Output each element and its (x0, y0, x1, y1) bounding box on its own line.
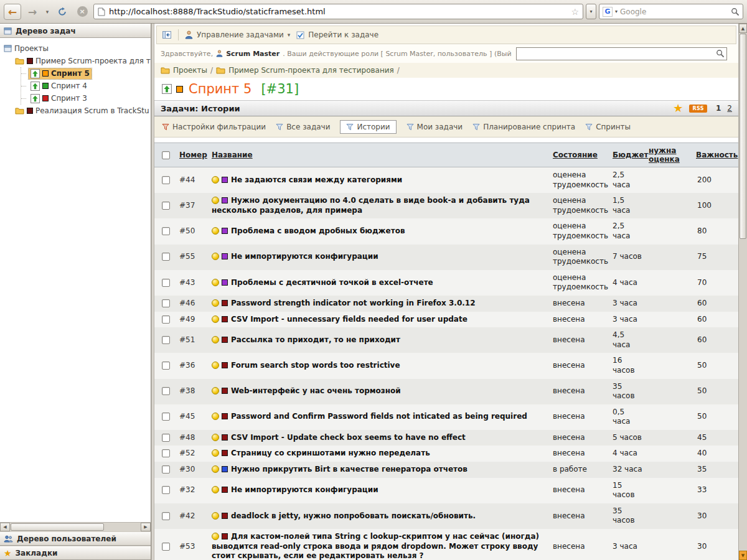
task-row[interactable]: #50 Проблема с вводом дробных бюджетов о… (154, 218, 738, 244)
bookmark-star-icon[interactable]: ☆ (571, 7, 579, 16)
filter-tab[interactable]: Истории (340, 120, 396, 134)
rss-badge[interactable]: RSS (689, 105, 707, 113)
task-title-link[interactable]: CSV Import - unnecessary fields needed f… (231, 315, 467, 324)
stop-button[interactable]: × (73, 4, 91, 20)
horizontal-scroll-thumb[interactable] (11, 523, 104, 531)
task-row[interactable]: #37 Нужно документацию по 4.0 сделать в … (154, 193, 738, 218)
row-checkbox[interactable] (162, 176, 170, 184)
sort-name[interactable]: Название (212, 151, 253, 159)
task-title-link[interactable]: Проблема с вводом дробных бюджетов (231, 226, 405, 235)
tree-item-project-example[interactable]: Пример Scrum-проекта для т (4, 55, 151, 67)
scroll-down-button[interactable]: ▼ (739, 551, 747, 560)
task-title-link[interactable]: Password and Confirm Password fields not… (231, 412, 527, 421)
task-title-link[interactable]: CSV Import - Update check box seems to h… (231, 433, 466, 442)
search-engine-dropdown[interactable]: ▾ (615, 9, 618, 14)
breadcrumb-project[interactable]: Пример Scrum-проекта для тестирования (228, 66, 394, 75)
bookmarks-header[interactable]: ★ Закладки (0, 546, 151, 560)
row-checkbox[interactable] (162, 227, 170, 235)
sort-budget[interactable]: Бюджет (613, 151, 649, 159)
breadcrumb-projects[interactable]: Проекты (173, 66, 207, 75)
task-title-link[interactable]: deadlock в jetty, нужно попробовать поис… (231, 511, 476, 520)
reload-button[interactable] (54, 4, 71, 20)
task-row[interactable]: #43 Проблемы с десятичной точкой в excel… (154, 270, 738, 296)
task-title-link[interactable]: Password strength indicator not working … (231, 299, 476, 307)
row-checkbox[interactable] (162, 362, 170, 370)
tree-horizontal-scrollbar[interactable]: ◀ ▶ (0, 522, 151, 531)
pagination-page-2[interactable]: 2 (727, 104, 732, 113)
quick-search-input[interactable] (516, 47, 727, 60)
tree-item-project-realization[interactable]: Реализация Scrum в TrackStu (4, 105, 151, 117)
current-user[interactable]: Scrum Master (226, 50, 280, 58)
row-checkbox[interactable] (162, 387, 170, 395)
back-button[interactable]: ← (4, 4, 21, 20)
tree-item-sprint[interactable]: Спринт 3 (21, 92, 151, 105)
row-checkbox[interactable] (162, 336, 170, 344)
vertical-scroll-track[interactable] (739, 240, 747, 551)
task-title-link[interactable]: Для кастом-полей типа String с lookup-ск… (212, 532, 539, 560)
scroll-up-button[interactable]: ▲ (739, 24, 747, 33)
task-title-link[interactable]: Нужно документацию по 4.0 сделать в виде… (212, 196, 530, 215)
web-search-input[interactable] (620, 7, 728, 16)
select-all-checkbox[interactable] (162, 151, 170, 159)
task-row[interactable]: #46 Password strength indicator not work… (154, 296, 738, 312)
search-magnifier-icon[interactable] (731, 7, 740, 16)
main-scrollbar[interactable]: ▲ ▼ (738, 24, 747, 560)
row-checkbox[interactable] (162, 279, 170, 287)
filter-tab[interactable]: Планирование спринта (472, 123, 575, 131)
manage-tasks-menu[interactable]: Управление задачами ▾ (185, 30, 290, 39)
task-row[interactable]: #42 deadlock в jetty, нужно попробовать … (154, 503, 738, 529)
task-row[interactable]: #51 Рассылка то приходит, то не приходит… (154, 327, 738, 353)
quick-search-magnifier-icon[interactable] (716, 49, 725, 58)
task-row[interactable]: #48 CSV Import - Update check box seems … (154, 430, 738, 446)
row-checkbox[interactable] (162, 413, 170, 421)
row-checkbox[interactable] (162, 202, 170, 210)
task-title-link[interactable]: Не импортируются конфигурации (231, 252, 378, 261)
row-checkbox[interactable] (162, 543, 170, 551)
filter-tab[interactable]: Все задачи (276, 123, 330, 131)
vertical-scroll-thumb[interactable] (740, 34, 746, 239)
sort-importance[interactable]: Важность (696, 151, 738, 159)
filter-tab[interactable]: Спринты (585, 123, 631, 131)
scroll-left-button[interactable]: ◀ (0, 523, 10, 531)
task-title-link[interactable]: Forum search stop words too restrictive (231, 361, 400, 370)
goto-task-button[interactable]: Перейти к задаче (296, 30, 378, 39)
sort-number[interactable]: Номер (179, 151, 207, 159)
row-checkbox[interactable] (162, 315, 170, 324)
tree-item-projects[interactable]: Проекты (4, 42, 151, 55)
tree-item-sprint[interactable]: Спринт 4 (21, 80, 151, 92)
task-row[interactable]: #44 Не задаются связи между категориями … (154, 167, 738, 194)
search-engine-bar[interactable]: G ▾ (599, 4, 743, 19)
favorite-star-icon[interactable]: ★ (673, 103, 683, 114)
forward-button[interactable]: → (24, 4, 41, 20)
task-row[interactable]: #32 Не импортируются конфигурации внесен… (154, 478, 738, 503)
task-row[interactable]: #53 Для кастом-полей типа String с looku… (154, 529, 738, 560)
scroll-right-button[interactable]: ▶ (141, 523, 151, 531)
history-dropdown-button[interactable]: ▾ (44, 9, 51, 15)
task-title-link[interactable]: Рассылка то приходит, то не приходит (231, 335, 400, 344)
task-title-link[interactable]: Не задаются связи между категориями (231, 175, 402, 184)
task-row[interactable]: #55 Не импортируются конфигурации оценен… (154, 245, 738, 270)
user-tree-header[interactable]: Дерево пользователей (0, 531, 151, 546)
tree-item-sprint[interactable]: Спринт 5 (21, 67, 151, 80)
url-input[interactable] (109, 7, 567, 16)
row-checkbox[interactable] (162, 486, 170, 494)
scroll-track[interactable] (105, 523, 141, 531)
task-title-link[interactable]: Страницу со скриншотами нужно переделать (231, 449, 430, 457)
task-row[interactable]: #30 Нужно прикрутить Birt в качестве ген… (154, 462, 738, 478)
task-row[interactable]: #49 CSV Import - unnecessary fields need… (154, 312, 738, 328)
url-dropdown-button[interactable]: ▾ (586, 4, 596, 19)
row-checkbox[interactable] (162, 449, 170, 457)
task-row[interactable]: #38 Web-интерфейс у нас очень тормозной … (154, 379, 738, 404)
row-checkbox[interactable] (162, 299, 170, 307)
task-title-link[interactable]: Нужно прикрутить Birt в качестве генерат… (231, 465, 467, 474)
filter-tab[interactable]: Мои задачи (406, 123, 463, 131)
task-title-link[interactable]: Не импортируются конфигурации (231, 485, 378, 494)
task-row[interactable]: #45 Password and Confirm Password fields… (154, 404, 738, 430)
sort-needs-estimate[interactable]: нужна оценка (649, 146, 680, 164)
task-row[interactable]: #52 Страницу со скриншотами нужно переде… (154, 446, 738, 462)
task-row[interactable]: #36 Forum search stop words too restrict… (154, 353, 738, 378)
task-title-link[interactable]: Web-интерфейс у нас очень тормозной (231, 386, 401, 395)
row-checkbox[interactable] (162, 512, 170, 520)
sort-state[interactable]: Состояние (553, 151, 598, 159)
row-checkbox[interactable] (162, 465, 170, 474)
